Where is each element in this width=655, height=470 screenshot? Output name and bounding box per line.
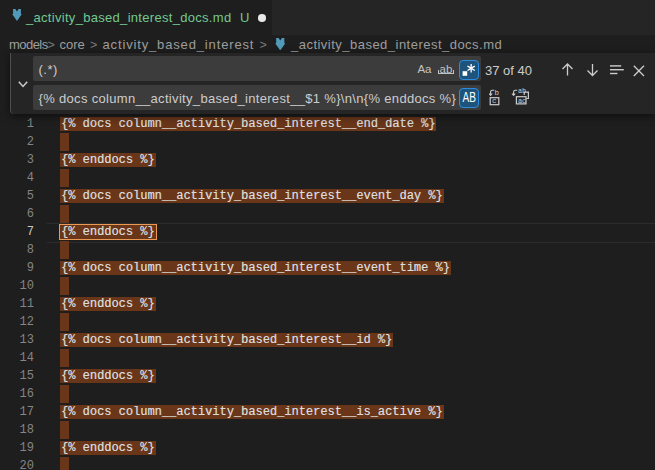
svg-text:ab: ab [518,87,526,95]
svg-text:ac: ac [518,97,526,105]
svg-text:b: b [494,89,499,97]
svg-text:c: c [492,97,497,105]
